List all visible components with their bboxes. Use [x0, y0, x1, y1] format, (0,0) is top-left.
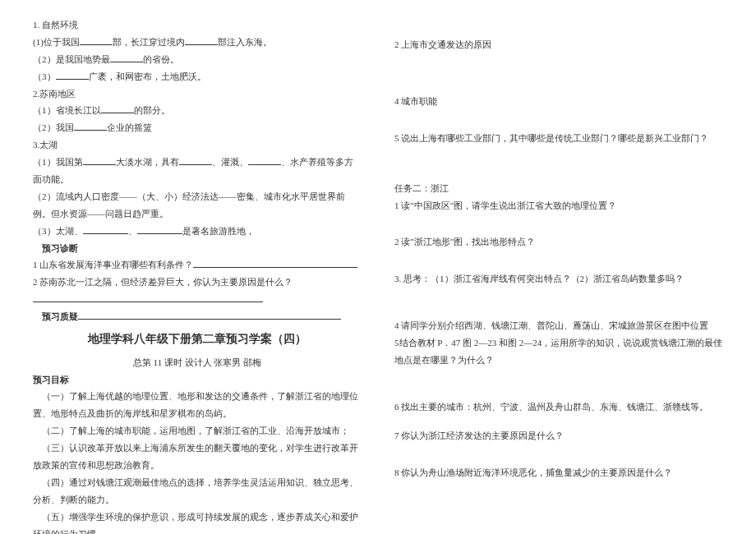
- s1-3a: （3）: [33, 71, 56, 81]
- s3-3b: 、: [128, 226, 137, 236]
- s3-1a: （1）我国第: [33, 157, 83, 167]
- s1-1a: (1)位于我国: [33, 37, 80, 47]
- blank: [83, 155, 116, 165]
- qz-title: 预习质疑: [33, 308, 362, 325]
- left-column: 1. 自然环境 (1)位于我国部，长江穿过境内部注入东海。 （2）是我国地势最的…: [25, 16, 378, 518]
- blank-line: [33, 292, 263, 302]
- s2-1b: 的部分。: [134, 105, 170, 115]
- s1-1b: 部，长江穿过境内: [113, 37, 185, 47]
- blank: [56, 70, 89, 80]
- section1-title: 1. 自然环境: [33, 16, 362, 34]
- diag-2: 2 苏南苏北一江之隔，但经济差异巨大，你认为主要原因是什么？: [33, 274, 362, 291]
- r4: 4 城市职能: [394, 93, 723, 110]
- t2-2: 2 读"浙江地形"图，找出地形特点？: [394, 233, 723, 251]
- blank: [101, 104, 134, 113]
- s1-2a: （2）是我国地势最: [33, 54, 110, 64]
- t2-8: 8 你认为舟山渔场附近海洋环境恶化，捕鱼量减少的主要原因是什么？: [394, 464, 723, 481]
- s2-line1: （1）省境长江以的部分。: [33, 102, 362, 119]
- s2-2a: （2）我国: [33, 122, 74, 132]
- diag-1: 1 山东省发展海洋事业有哪些有利条件？: [33, 256, 362, 274]
- blank: [74, 121, 107, 131]
- goal-2: （二）了解上海的城市职能，运用地图，了解浙江省的工业、沿海开放城市；: [33, 422, 362, 440]
- s2-line2: （2）我国企业的摇篮: [33, 119, 362, 136]
- s3-line1: （1）我国第大淡水湖，具有、灌溉、、水产养殖等多方面功能。: [33, 154, 362, 188]
- s3-1b: 大淡水湖，具有: [116, 157, 179, 167]
- diag-1-text: 1 山东省发展海洋事业有哪些有利条件？: [33, 260, 193, 269]
- r5: 5 说出上海有哪些工业部门，其中哪些是传统工业部门？哪些是新兴工业部门？: [394, 130, 723, 147]
- blank: [185, 35, 218, 45]
- s1-line3: （3）广袤，和网密布，土地肥沃。: [33, 68, 362, 85]
- blank-line: [78, 310, 341, 320]
- s1-3b: 广袤，和网密布，土地肥沃。: [89, 71, 206, 81]
- blank: [179, 155, 212, 165]
- s1-line2: （2）是我国地势最的省份。: [33, 51, 362, 68]
- t2-1: 1 读"中国政区"图，请学生说出浙江省大致的地理位置？: [394, 197, 723, 214]
- goal-1: （一）了解上海优越的地理位置、地形和发达的交通条件，了解浙江省的地理位置、地形特…: [33, 388, 362, 422]
- diag-title: 预习诊断: [33, 240, 362, 257]
- t2-5: 5结合教材 P．47 图 2—23 和图 2—24，运用所学的知识，说说观赏钱塘…: [394, 334, 723, 369]
- blank: [137, 224, 182, 234]
- s1-2b: 的省份。: [143, 54, 179, 64]
- t2-4: 4 请同学分别介绍西湖、钱塘江潮、普陀山、雁荡山、宋城旅游景区在图中位置: [394, 317, 723, 334]
- s2-1a: （1）省境长江以: [33, 105, 101, 115]
- t2-3: 3. 思考：（1）浙江省海岸线有何突出特点？（2）浙江省岛屿数量多吗？: [394, 270, 723, 288]
- blank: [110, 53, 143, 62]
- qz-title-text: 预习质疑: [42, 311, 78, 321]
- blank: [248, 155, 281, 165]
- r2: 2 上海市交通发达的原因: [394, 36, 723, 53]
- t2-title: 任务二：浙江: [394, 180, 723, 197]
- t2-7: 7 你认为浙江经济发达的主要原因是什么？: [394, 427, 723, 444]
- main-title: 地理学科八年级下册第二章预习学案（四）: [33, 329, 362, 351]
- section2-title: 2.苏南地区: [33, 85, 362, 103]
- right-column: 2 上海市交通发达的原因 4 城市职能 5 说出上海有哪些工业部门，其中哪些是传…: [378, 16, 731, 518]
- diag-2-blank: [33, 291, 362, 308]
- goal-4: （四）通过对钱塘江观潮最佳地点的选择，培养学生灵活运用知识、独立思考、分析、判断…: [33, 474, 362, 509]
- s3-1c: 、灌溉、: [212, 157, 248, 167]
- subtitle: 总第 11 课时 设计人 张寒男 邵梅: [33, 354, 362, 371]
- goal-5: （五）增强学生环境的保护意识，形成可持续发展的观念，逐步养成关心和爱护环境的行为…: [33, 509, 362, 534]
- goal-3: （三）认识改革开放以来上海浦东所发生的翻天覆地的变化，对学生进行改革开放政策的宣…: [33, 440, 362, 474]
- s3-3a: （3）太湖、: [33, 226, 83, 236]
- s3-3c: 是著名旅游胜地，: [182, 226, 255, 236]
- blank: [80, 35, 113, 45]
- blank-line: [193, 258, 357, 268]
- s1-1c: 部注入东海。: [218, 37, 272, 47]
- blank: [83, 224, 128, 234]
- s3-line2: （2）流域内人口密度——（大、小）经济法达——密集、城市化水平居世界前例。但水资…: [33, 188, 362, 223]
- section3-title: 3.太湖: [33, 136, 362, 154]
- goal-title: 预习目标: [33, 371, 362, 389]
- s1-line1: (1)位于我国部，长江穿过境内部注入东海。: [33, 34, 362, 51]
- s2-2b: 企业的摇篮: [107, 122, 152, 132]
- t2-6: 6 找出主要的城市：杭州、宁波、温州及舟山群岛、东海、钱塘江、浙赣线等。: [394, 398, 723, 416]
- s3-line3: （3）太湖、、是著名旅游胜地，: [33, 223, 362, 240]
